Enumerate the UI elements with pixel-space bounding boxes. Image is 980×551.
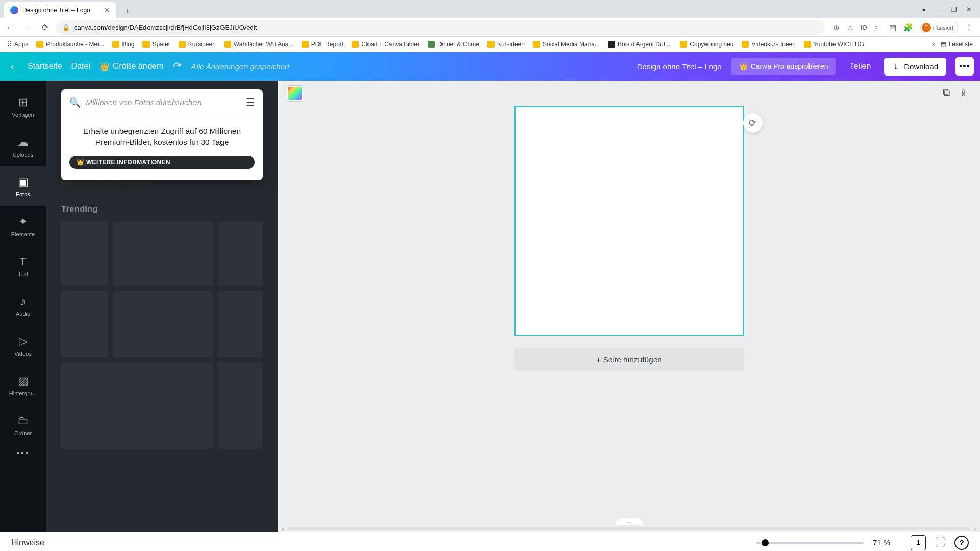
notes-expand-chevron[interactable]: ︿ <box>616 518 643 525</box>
minimize-icon[interactable]: — <box>935 6 942 13</box>
sidebar-label: Fotos <box>16 191 30 197</box>
extension-doc-icon[interactable]: ▤ <box>889 23 896 32</box>
share-page-icon[interactable]: ⇪ <box>959 87 968 99</box>
bookmark-item[interactable]: ⠿Apps <box>4 39 31 49</box>
back-icon[interactable]: ← <box>4 23 16 32</box>
promo-more-info-button[interactable]: 👑 WEITERE INFORMATIONEN <box>69 156 255 169</box>
sidebar-item-elemente[interactable]: ✦Elemente <box>0 206 46 246</box>
bookmark-favicon <box>804 41 811 48</box>
profile-badge[interactable]: T Pausiert <box>920 22 958 33</box>
app-header: ‹ Startseite Datei 👑Größe ändern ↶ Alle … <box>0 52 980 81</box>
search-icon: 🔍 <box>69 97 81 108</box>
help-button[interactable]: ? <box>954 536 969 550</box>
photo-thumbnail[interactable] <box>218 291 263 357</box>
photo-thumbnail[interactable] <box>218 362 263 449</box>
extension-tag-icon[interactable]: 🏷 <box>874 23 882 32</box>
document-title[interactable]: Design ohne Titel – Logo <box>637 62 722 71</box>
bookmark-item[interactable]: Später <box>139 39 173 49</box>
undo-icon[interactable]: ↶ <box>171 59 184 74</box>
more-menu-button[interactable]: ••• <box>955 57 974 76</box>
sidebar-label: Audio <box>16 311 30 317</box>
crown-icon: 👑 <box>739 62 748 70</box>
sidebar-item-text[interactable]: TText <box>0 246 46 286</box>
regenerate-button[interactable]: ⟳ <box>743 113 763 133</box>
new-tab-button[interactable]: + <box>120 4 135 18</box>
bookmark-item[interactable]: Kursideen <box>176 39 219 49</box>
duplicate-page-icon[interactable]: ⧉ <box>943 87 950 99</box>
bookmark-favicon <box>112 41 119 48</box>
kebab-menu-icon[interactable]: ⋮ <box>965 23 973 32</box>
zoom-slider[interactable] <box>756 542 864 544</box>
design-page[interactable] <box>514 106 744 336</box>
bookmark-item[interactable]: Bois d'Argent Duft... <box>605 39 675 49</box>
sidebar-item-videos[interactable]: ▷Videos <box>0 325 46 365</box>
photos-panel: ‹ Trending 🔍 ☰ Erhalte unbegrenzten Zugr… <box>46 81 278 532</box>
horizontal-scrollbar[interactable]: ◂▸ <box>278 525 980 532</box>
bookmark-label: Videokurs Ideen <box>751 41 796 48</box>
bookmark-item[interactable]: Cload + Canva Bilder <box>349 39 423 49</box>
sidebar-item-fotos[interactable]: ▣Fotos <box>0 166 46 206</box>
sidebar-item-ordner[interactable]: 🗀Ordner <box>0 405 46 445</box>
photo-thumbnail[interactable] <box>61 291 108 357</box>
photo-thumbnail[interactable] <box>61 362 213 449</box>
try-pro-button[interactable]: 👑Canva Pro ausprobieren <box>731 58 837 75</box>
browser-tab[interactable]: Design ohne Titel – Logo ✕ <box>4 2 116 18</box>
zoom-slider-knob[interactable] <box>762 539 769 546</box>
sidebar-label: Ordner <box>14 430 32 436</box>
bookmark-favicon <box>302 41 309 48</box>
filter-icon[interactable]: ☰ <box>246 96 255 109</box>
photo-thumbnail[interactable] <box>113 291 213 357</box>
photo-search-input[interactable] <box>86 98 240 107</box>
notes-button[interactable]: Hinweise <box>11 538 44 547</box>
canvas-viewport[interactable]: ⧉ ⇪ ⟳ + Seite hinzufügen ︿ <box>278 81 980 525</box>
bookmark-item[interactable]: Dinner & Crime <box>425 39 482 49</box>
share-button[interactable]: Teilen <box>845 62 875 71</box>
bookmark-item[interactable]: Produktsuche - Mer... <box>33 39 107 49</box>
sidebar-label: Videos <box>14 350 31 357</box>
bookmark-item[interactable]: Copywriting neu <box>677 39 737 49</box>
trending-heading: Trending <box>61 204 98 214</box>
sidebar-item-hintergrund[interactable]: ▨Hintergru... <box>0 365 46 405</box>
close-tab-icon[interactable]: ✕ <box>104 6 110 14</box>
page-indicator[interactable]: 1 <box>911 535 926 550</box>
fullscreen-icon[interactable]: ⛶ <box>935 537 945 548</box>
close-window-icon[interactable]: ✕ <box>966 6 972 13</box>
extension-io-icon[interactable]: IO <box>861 24 867 31</box>
bookmark-item[interactable]: PDF Report <box>299 39 347 49</box>
download-button[interactable]: ⭳Download <box>884 58 946 76</box>
add-page-button[interactable]: + Seite hinzufügen <box>514 348 744 371</box>
browser-toolbar: ← → ⟳ 🔒 canva.com/design/DAEdomzscjl/drB… <box>0 18 980 37</box>
zoom-lens-icon[interactable]: ⊕ <box>833 23 840 32</box>
nav-file[interactable]: Datei <box>71 62 90 71</box>
canvas-area: ⧉ ⇪ ⟳ + Seite hinzufügen ︿ ◂▸ <box>278 81 980 532</box>
reload-icon[interactable]: ⟳ <box>39 22 51 32</box>
bookmark-item[interactable]: Youtube WICHTIG <box>801 39 867 49</box>
bookmark-item[interactable]: Kursideen <box>484 39 528 49</box>
bookmark-favicon <box>142 41 150 48</box>
sidebar-item-audio[interactable]: ♪Audio <box>0 286 46 325</box>
extensions-puzzle-icon[interactable]: 🧩 <box>903 23 913 32</box>
nav-home[interactable]: Startseite <box>28 62 62 71</box>
account-dot-icon[interactable]: ● <box>922 6 926 13</box>
address-bar[interactable]: 🔒 canva.com/design/DAEdomzscjl/drBfjHdCo… <box>56 20 825 35</box>
back-home-icon[interactable]: ‹ <box>6 61 18 72</box>
bookmark-item[interactable]: Social Media Mana... <box>530 39 603 49</box>
workspace: ⊞Vorlagen ☁Uploads ▣Fotos ✦Elemente TTex… <box>0 81 980 532</box>
maximize-icon[interactable]: ❐ <box>951 6 957 13</box>
photo-thumbnail[interactable] <box>61 221 108 286</box>
zoom-percentage[interactable]: 71 % <box>873 538 901 547</box>
bookmark-item[interactable]: Blog <box>109 39 137 49</box>
bookmark-item[interactable]: Wahlfächer WU Aus... <box>221 39 297 49</box>
sidebar-item-uploads[interactable]: ☁Uploads <box>0 127 46 166</box>
reading-list-button[interactable]: ▤Leseliste <box>938 39 976 49</box>
photo-thumbnail[interactable] <box>218 221 263 286</box>
sidebar-item-vorlagen[interactable]: ⊞Vorlagen <box>0 87 46 127</box>
bookmark-overflow-icon[interactable]: » <box>932 41 936 48</box>
bookmark-item[interactable]: Videokurs Ideen <box>739 39 799 49</box>
photo-thumbnail[interactable] <box>113 221 213 286</box>
bookmark-favicon <box>608 41 615 48</box>
bookmark-star-icon[interactable]: ☆ <box>847 23 853 32</box>
nav-resize[interactable]: 👑Größe ändern <box>100 62 164 71</box>
sidebar-more-button[interactable]: ••• <box>17 448 30 459</box>
sidebar-label: Hintergru... <box>9 390 37 396</box>
